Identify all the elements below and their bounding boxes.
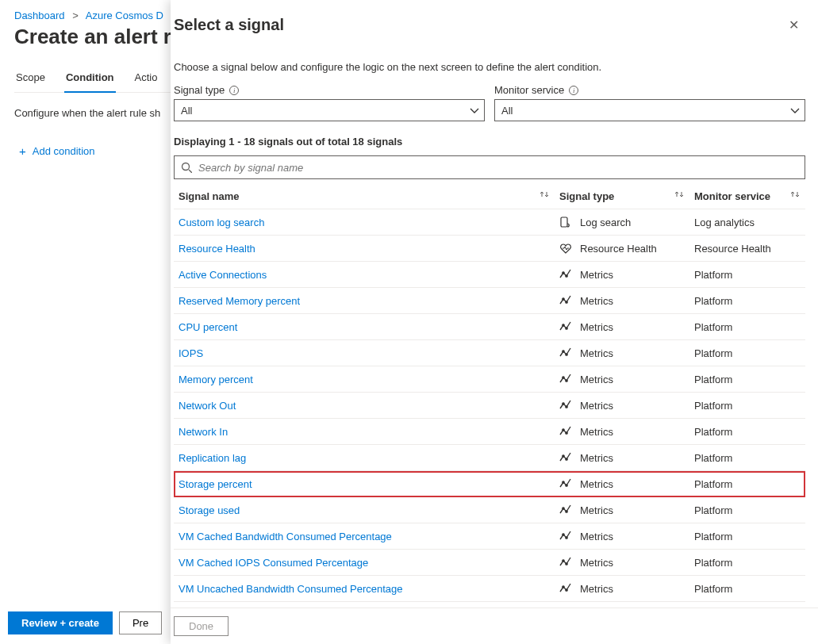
signal-name-link[interactable]: IOPS xyxy=(179,347,203,359)
signal-type-value: Metrics xyxy=(580,295,613,307)
search-icon xyxy=(181,162,192,173)
monitor-service-value: Platform xyxy=(689,314,805,340)
table-row[interactable]: Storage usedMetricsPlatform xyxy=(174,497,805,523)
col-monitor-service[interactable]: Monitor service xyxy=(689,184,805,209)
table-row[interactable]: Custom log searchLog searchLog analytics xyxy=(174,209,805,236)
monitor-service-value: All xyxy=(501,105,513,117)
signal-type-value: Metrics xyxy=(580,374,613,385)
table-row[interactable]: Network OutMetricsPlatform xyxy=(174,393,805,419)
table-row[interactable]: VM Cached Bandwidth Consumed PercentageM… xyxy=(174,523,805,550)
monitor-service-value: Platform xyxy=(689,340,805,366)
tab-condition[interactable]: Condition xyxy=(64,68,116,93)
table-row[interactable]: Active ConnectionsMetricsPlatform xyxy=(174,262,805,288)
add-condition-button[interactable]: + Add condition xyxy=(19,144,95,158)
signal-name-link[interactable]: Storage used xyxy=(179,504,240,516)
signal-name-link[interactable]: Active Connections xyxy=(179,269,267,281)
monitor-service-select[interactable]: All xyxy=(494,99,805,121)
monitor-service-value: Resource Health xyxy=(689,236,805,262)
sort-icon xyxy=(789,190,801,199)
info-icon[interactable]: i xyxy=(569,86,578,95)
signal-type-value: Log search xyxy=(580,217,631,228)
previous-button[interactable]: Pre xyxy=(119,611,162,634)
done-button[interactable]: Done xyxy=(174,616,229,636)
panel-subtext: Choose a signal below and configure the … xyxy=(174,61,805,73)
signal-name-link[interactable]: Reserved Memory percent xyxy=(179,295,300,307)
signal-name-link[interactable]: Custom log search xyxy=(179,217,264,228)
signal-name-link[interactable]: Resource Health xyxy=(179,243,255,255)
signal-type-value: Metrics xyxy=(580,583,613,595)
chevron-down-icon xyxy=(790,106,798,114)
signal-type-value: Metrics xyxy=(580,557,613,569)
monitor-service-value: Platform xyxy=(689,419,805,445)
table-row[interactable]: VM Uncached Bandwidth Consumed Percentag… xyxy=(174,576,805,602)
table-row[interactable]: Reserved Memory percentMetricsPlatform xyxy=(174,288,805,314)
signal-name-link[interactable]: VM Cached Bandwidth Consumed Percentage xyxy=(179,531,392,542)
signal-name-link[interactable]: CPU percent xyxy=(179,321,237,333)
search-box[interactable] xyxy=(174,155,805,179)
table-row[interactable]: CPU percentMetricsPlatform xyxy=(174,314,805,340)
signal-type-value: Metrics xyxy=(580,452,613,464)
search-input[interactable] xyxy=(197,161,798,174)
metrics-icon xyxy=(559,425,572,438)
col-signal-type[interactable]: Signal type xyxy=(555,184,689,209)
breadcrumb-sep: > xyxy=(67,10,83,21)
signal-type-value: Metrics xyxy=(580,478,613,490)
table-row[interactable]: Memory percentMetricsPlatform xyxy=(174,366,805,393)
monitor-service-value: Platform xyxy=(689,576,805,602)
monitor-service-value: Log analytics xyxy=(689,209,805,236)
tab-actions[interactable]: Actio xyxy=(133,68,159,92)
signal-name-link[interactable]: VM Cached IOPS Consumed Percentage xyxy=(179,557,368,569)
metrics-icon xyxy=(559,373,572,385)
tab-scope[interactable]: Scope xyxy=(14,68,47,92)
log-icon xyxy=(559,216,572,228)
table-row[interactable]: IOPSMetricsPlatform xyxy=(174,340,805,366)
signal-type-value: All xyxy=(181,105,192,117)
metrics-icon xyxy=(559,320,572,333)
metrics-icon xyxy=(559,582,572,595)
metrics-icon xyxy=(559,399,572,412)
table-row[interactable]: Resource HealthResource HealthResource H… xyxy=(174,236,805,262)
signal-table: Signal name Signal type Monitor service xyxy=(174,184,805,602)
monitor-service-value: Platform xyxy=(689,445,805,471)
sort-icon xyxy=(674,190,685,199)
monitor-service-value: Platform xyxy=(689,497,805,523)
table-row[interactable]: Network InMetricsPlatform xyxy=(174,419,805,445)
monitor-service-label: Monitor service i xyxy=(494,84,805,96)
monitor-service-value: Platform xyxy=(689,393,805,419)
breadcrumb-item-dashboard[interactable]: Dashboard xyxy=(14,10,65,21)
select-signal-panel: Select a signal ✕ Choose a signal below … xyxy=(171,0,818,644)
signal-name-link[interactable]: Memory percent xyxy=(179,374,253,385)
breadcrumb-item-cosmos[interactable]: Azure Cosmos D xyxy=(86,10,163,21)
table-row[interactable]: Storage percentMetricsPlatform xyxy=(174,471,805,497)
add-condition-label: Add condition xyxy=(33,145,95,157)
result-summary: Displaying 1 - 18 signals out of total 1… xyxy=(174,136,805,148)
metrics-icon xyxy=(559,477,572,490)
table-row[interactable]: Replication lagMetricsPlatform xyxy=(174,445,805,471)
chevron-down-icon xyxy=(470,106,478,114)
table-row[interactable]: VM Cached IOPS Consumed PercentageMetric… xyxy=(174,550,805,576)
signal-type-select[interactable]: All xyxy=(174,99,485,121)
monitor-service-value: Platform xyxy=(689,262,805,288)
metrics-icon xyxy=(559,530,572,542)
signal-name-link[interactable]: Network Out xyxy=(179,400,236,412)
heart-icon xyxy=(559,242,572,255)
review-create-button[interactable]: Review + create xyxy=(8,611,113,634)
plus-icon: + xyxy=(19,144,26,158)
signal-name-link[interactable]: Network In xyxy=(179,426,228,438)
signal-name-link[interactable]: Replication lag xyxy=(179,452,246,464)
signal-name-link[interactable]: VM Uncached Bandwidth Consumed Percentag… xyxy=(179,583,403,595)
info-icon[interactable]: i xyxy=(229,86,239,95)
monitor-service-value: Platform xyxy=(689,523,805,550)
signal-type-value: Metrics xyxy=(580,400,613,412)
close-icon[interactable]: ✕ xyxy=(784,16,804,34)
metrics-icon xyxy=(559,347,572,359)
signal-table-scroll[interactable]: Signal name Signal type Monitor service xyxy=(172,184,805,608)
signal-type-value: Resource Health xyxy=(580,243,657,255)
signal-type-value: Metrics xyxy=(580,321,613,333)
monitor-service-value: Platform xyxy=(689,550,805,576)
signal-type-label: Signal type i xyxy=(174,84,485,96)
signal-name-link[interactable]: Storage percent xyxy=(179,478,252,490)
col-signal-name[interactable]: Signal name xyxy=(174,184,555,209)
signal-type-value: Metrics xyxy=(580,347,613,359)
signal-type-value: Metrics xyxy=(580,531,613,542)
